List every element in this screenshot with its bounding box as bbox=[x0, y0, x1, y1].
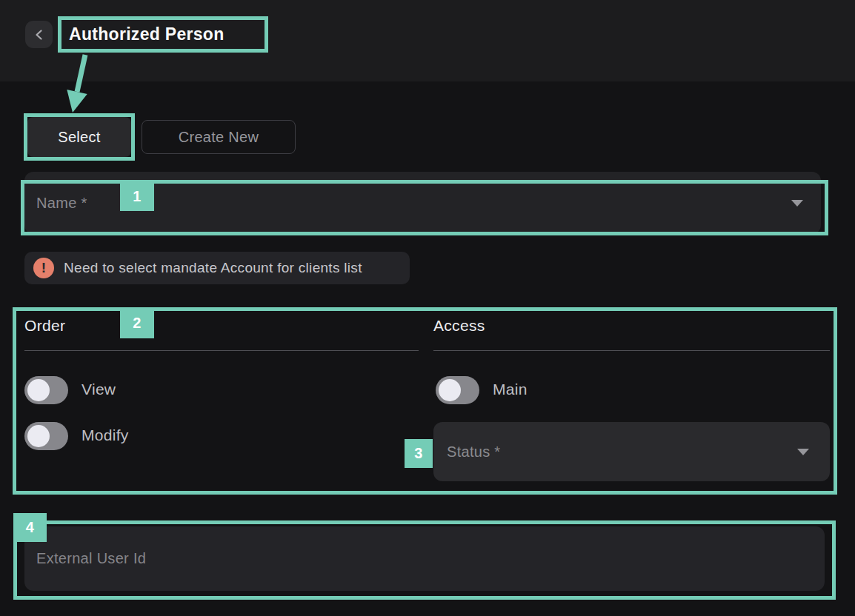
main-toggle-label: Main bbox=[493, 381, 528, 398]
page-title: Authorized Person bbox=[61, 20, 265, 49]
annotation-arrow bbox=[64, 53, 99, 121]
view-toggle-label: View bbox=[81, 381, 116, 398]
chevron-left-icon bbox=[33, 29, 45, 41]
access-divider bbox=[433, 350, 830, 351]
order-section-title: Order bbox=[24, 317, 65, 335]
status-select[interactable]: Status * bbox=[433, 422, 830, 481]
main-toggle[interactable] bbox=[436, 376, 479, 404]
chevron-down-icon bbox=[797, 449, 809, 455]
annotation-box-select: Select bbox=[24, 113, 135, 161]
authorized-person-screen: Authorized Person Select Create New Name… bbox=[0, 0, 855, 616]
back-button[interactable] bbox=[25, 21, 53, 48]
annotation-badge-1: 1 bbox=[120, 181, 154, 211]
warning-icon: ! bbox=[33, 258, 54, 278]
view-toggle-knob bbox=[27, 379, 50, 401]
warning-banner: ! Need to select mandate Account for cli… bbox=[24, 252, 410, 284]
view-toggle[interactable] bbox=[24, 376, 68, 404]
main-toggle-knob bbox=[439, 379, 461, 401]
select-tab-button[interactable]: Select bbox=[27, 117, 131, 157]
external-user-id-input[interactable] bbox=[24, 526, 825, 591]
status-select-label: Status * bbox=[447, 422, 500, 481]
modify-toggle-knob bbox=[27, 425, 50, 447]
create-new-tab-button[interactable]: Create New bbox=[142, 120, 296, 154]
warning-text: Need to select mandate Account for clien… bbox=[64, 260, 362, 276]
modify-toggle-label: Modify bbox=[81, 426, 129, 444]
modify-toggle[interactable] bbox=[24, 422, 68, 450]
annotation-box-title: Authorized Person bbox=[58, 16, 268, 53]
annotation-badge-2: 2 bbox=[120, 307, 154, 338]
annotation-badge-4: 4 bbox=[13, 513, 47, 542]
annotation-badge-3: 3 bbox=[405, 439, 433, 468]
access-section-title: Access bbox=[433, 317, 485, 335]
order-divider bbox=[24, 350, 419, 351]
